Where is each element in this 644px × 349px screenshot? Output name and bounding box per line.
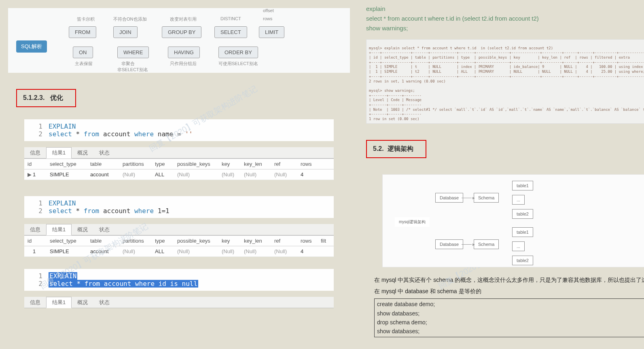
tab-status[interactable]: 状态 (93, 224, 115, 235)
th: select_type (47, 236, 87, 246)
code-token: * (76, 207, 80, 215)
result-tabs-1: 信息 结果1 概况 状态 (24, 147, 334, 159)
code-token: from (84, 130, 100, 138)
fc-join: JOIN (113, 26, 138, 38)
tab-result1[interactable]: 结果1 (46, 297, 72, 308)
arch-db: Database (435, 239, 463, 249)
fc-label: 非聚合 (121, 61, 135, 67)
arch-table: table1 (512, 181, 533, 190)
sql-parse-flowchart: SQL解析 笛卡尔积 不符合ON也添加 改变对表引用 DISTINCT offs… (8, 8, 350, 73)
paragraph: 在 mysql 中其实还有个 schema 的概念，这概念没什么太多作用，只是为… (374, 275, 644, 285)
fc-select: SELECT (214, 26, 247, 38)
th: type (152, 159, 174, 169)
cmd-line: create database demo; (377, 300, 644, 309)
th: partitions (119, 236, 152, 246)
arch-root: mysql逻辑架构 (395, 217, 430, 227)
code-token: = (177, 130, 181, 138)
code-token: select (49, 130, 72, 138)
tab-result1[interactable]: 结果1 (46, 147, 72, 159)
arch-table: ... (512, 241, 525, 251)
fc-label: 只作用分组后 (170, 61, 197, 67)
td: (Null) (174, 169, 218, 180)
code-token: account (103, 130, 130, 138)
fc-label: rows (263, 16, 272, 21)
th: filt (318, 236, 334, 246)
sql-snippet: explain select * from account t where t.… (366, 4, 644, 33)
th: rows (297, 159, 318, 169)
fc-label: 非SELECT别名 (117, 67, 148, 73)
td: ALL (152, 246, 174, 256)
fc-where: WHERE (117, 47, 149, 58)
code-token: name (158, 130, 174, 138)
sec-title: 优化 (50, 94, 63, 101)
th: rows (297, 236, 318, 246)
term-line: 2 rows in set, 1 warning (0.00 sec) (369, 79, 446, 83)
sql-line: show warnings; (366, 23, 644, 33)
logical-arch-diagram: mysql逻辑架构 Database Database Schema Schem… (382, 174, 644, 267)
fc-label: 改变对表引用 (170, 16, 197, 22)
th: ref (271, 236, 297, 246)
tab-profile[interactable]: 概况 (72, 297, 93, 308)
arch-schema: Schema (474, 193, 499, 203)
tab-profile[interactable]: 概况 (72, 148, 93, 158)
table-header: idselect_typetablepartitionstypepossible… (24, 235, 334, 246)
code-block-1: 1EXPLAIN 2 select * from account where n… (24, 119, 334, 141)
code-token: where (134, 130, 154, 138)
term-line: | id | select_type | table | partitions … (369, 55, 630, 59)
code-token-highlight: select * from account where id is null (49, 280, 198, 288)
th: ref (271, 159, 297, 169)
sec-num: 5.1.2.3. (23, 94, 44, 101)
code-block-3: 1EXPLAIN 2select * from account where id… (24, 269, 334, 291)
watermark: 回复【2020】可获取架构进阶笔记 (147, 83, 259, 154)
term-line: | Level | Code | Message (369, 98, 422, 102)
fc-label: DISTINCT (220, 16, 241, 21)
term-line: | Note | 1003 | /* select#1 */ select `m… (369, 108, 644, 112)
code-token: 1=1 (158, 207, 169, 215)
tab-status[interactable]: 状态 (93, 297, 115, 308)
table-header: idselect_typetablepartitionstypepossible… (24, 159, 334, 169)
tab-status[interactable]: 状态 (93, 148, 115, 158)
result-tabs-2: 信息 结果1 概况 状态 (24, 224, 334, 235)
code-token: where (134, 207, 154, 215)
th: possible_keys (174, 236, 218, 246)
fc-label: 不符合ON也添加 (113, 16, 147, 22)
fc-on: ON (73, 47, 93, 58)
arch-table: table1 (512, 227, 533, 237)
th: key (218, 236, 241, 246)
tab-info[interactable]: 信息 (24, 148, 46, 158)
td: 1 (33, 248, 36, 254)
arch-table: table2 (512, 256, 533, 265)
tab-result1[interactable]: 结果1 (46, 224, 72, 235)
cmd-line: drop schema demo; (377, 318, 644, 327)
td: account (87, 246, 119, 256)
arch-schema: Schema (474, 239, 499, 249)
td: 1 (33, 171, 36, 178)
sql-line: explain (366, 4, 644, 14)
th: partitions (119, 159, 152, 169)
sql-line: select * from account t where t.id in (s… (366, 14, 644, 23)
tab-info[interactable]: 信息 (24, 224, 46, 235)
section-5123: 5.1.2.3. 优化 (16, 89, 76, 107)
paragraph: 在 mysql 中 database 和 schema 是等价的 (374, 287, 644, 296)
cmd-line: show databases; (377, 309, 644, 318)
table-row[interactable]: ▶1SIMPLEaccount(Null)ALL(Null)(Null)(Nul… (24, 246, 334, 257)
section-52: 5.2. 逻辑架构 (366, 140, 426, 158)
th: table (87, 236, 119, 246)
tab-profile[interactable]: 概况 (72, 224, 93, 235)
fc-limit: LIMIT (259, 26, 284, 38)
code-token: '' (185, 130, 193, 138)
td: (Null) (174, 246, 218, 256)
th: key_len (241, 159, 271, 169)
table-row[interactable]: ▶1SIMPLEaccount(Null)ALL(Null)(Null)(Nul… (24, 169, 334, 180)
commands-box: create database demo; show databases; dr… (374, 298, 644, 337)
arch-arrow (462, 198, 472, 198)
tab-info[interactable]: 信息 (24, 297, 46, 308)
th: key (218, 159, 241, 169)
sec-title: 逻辑架构 (388, 145, 413, 152)
th: select_type (47, 159, 87, 169)
td: (Null) (271, 169, 297, 180)
td: 4 (297, 169, 318, 180)
th: id (24, 159, 47, 169)
row-indicator-icon: ▶ (28, 171, 32, 178)
term-line: 1 row in set (0.00 sec) (369, 117, 419, 121)
